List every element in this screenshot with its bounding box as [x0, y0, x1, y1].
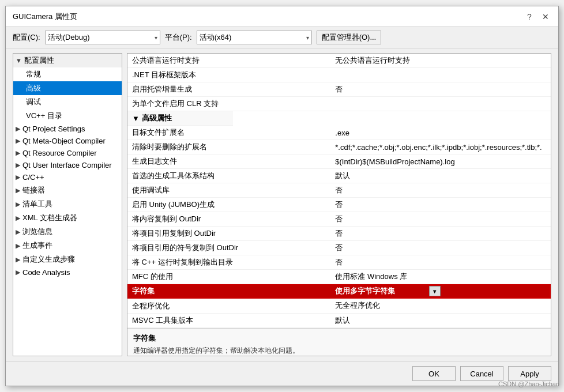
prop-name: 将项目引用的符号复制到 OutDir: [127, 241, 330, 255]
prop-value[interactable]: 否: [330, 212, 551, 227]
prop-value[interactable]: 无全程序优化: [330, 299, 551, 313]
qt-ui-arrow: ▶: [16, 161, 20, 169]
description-text: 通知编译器使用指定的字符集；帮助解决本地化问题。: [133, 346, 545, 356]
tree-panel: ▼ 配置属性 常规 高级 调试 VC++ 目录 ▶ Qt Project Set…: [13, 53, 122, 356]
table-row: 将 C++ 运行时复制到输出目录 否: [127, 255, 551, 270]
sidebar-item-cpp[interactable]: ▶ C/C++: [13, 171, 122, 183]
sidebar-item-code-analysis[interactable]: ▶ Code Analysis: [13, 266, 122, 278]
prop-value[interactable]: 否: [330, 198, 551, 212]
table-row: 将内容复制到 OutDir 否: [127, 212, 551, 227]
qt-resource-arrow: ▶: [16, 149, 20, 157]
config-label: 配置(C):: [13, 32, 40, 43]
prop-value[interactable]: 默认: [330, 169, 551, 183]
dialog-title: GUICamera 属性页: [13, 12, 77, 22]
section-header-label: ▼ 高级属性: [127, 111, 233, 126]
prop-name: 启用 Unity (JUMBO)生成: [127, 198, 330, 212]
sidebar-item-debug[interactable]: 调试: [13, 95, 122, 109]
table-row: 为单个文件启用 CLR 支持: [127, 97, 551, 111]
table-row: 清除时要删除的扩展名 *.cdf;*.cache;*.obj;*.obj.enc…: [127, 140, 551, 154]
sidebar-item-manifest[interactable]: ▶ 清单工具: [13, 197, 122, 211]
sidebar-item-browser[interactable]: ▶ 浏览信息: [13, 225, 122, 239]
tree-root-label: 配置属性: [24, 55, 54, 66]
xml-arrow: ▶: [16, 214, 20, 222]
prop-value[interactable]: 否: [330, 255, 551, 270]
cpp-arrow: ▶: [16, 174, 20, 181]
prop-name: 为单个文件启用 CLR 支持: [127, 97, 330, 111]
prop-name: 公共语言运行时支持: [127, 54, 330, 68]
prop-name: 使用调试库: [127, 183, 330, 198]
toolbar: 配置(C): 活动(Debug) ▾ 平台(P): 活动(x64) ▾ 配置管理…: [6, 27, 558, 48]
table-row: 启用托管增量生成 否: [127, 82, 551, 97]
table-row: 目标文件扩展名 .exe: [127, 126, 551, 140]
prop-value-charset[interactable]: 使用多字节字符集 ▾: [330, 284, 445, 299]
prop-name-charset: 字符集: [127, 284, 330, 299]
linker-arrow: ▶: [16, 187, 20, 194]
prop-value[interactable]: $(IntDir)$(MSBuildProjectName).log: [330, 154, 551, 169]
table-row: 将项目引用复制到 OutDir 否: [127, 227, 551, 241]
platform-combo-arrow: ▾: [306, 35, 309, 41]
prop-name: 生成日志文件: [127, 154, 330, 169]
section-collapse-arrow[interactable]: ▼: [132, 114, 140, 123]
sidebar-item-qt-ui[interactable]: ▶ Qt User Interface Compiler: [13, 159, 122, 171]
help-button[interactable]: ?: [524, 11, 535, 22]
table-row: 首选的生成工具体系结构 默认: [127, 169, 551, 183]
qt-meta-arrow: ▶: [16, 137, 20, 145]
code-analysis-arrow: ▶: [16, 269, 20, 276]
charset-dropdown-button[interactable]: ▾: [429, 286, 441, 296]
manifest-arrow: ▶: [16, 201, 20, 208]
table-row: 将项目引用的符号复制到 OutDir 否: [127, 241, 551, 255]
close-button[interactable]: ✕: [540, 11, 551, 22]
sidebar-item-qt-meta[interactable]: ▶ Qt Meta-Object Compiler: [13, 135, 122, 147]
cancel-button[interactable]: Cancel: [460, 366, 503, 381]
prop-value[interactable]: 默认: [330, 313, 551, 327]
table-row: 启用 Unity (JUMBO)生成 否: [127, 198, 551, 212]
prop-value[interactable]: 否: [330, 183, 551, 198]
prop-value[interactable]: 使用标准 Windows 库: [330, 270, 551, 284]
sidebar-item-vcpp[interactable]: VC++ 目录: [13, 109, 122, 123]
sidebar-item-linker[interactable]: ▶ 链接器: [13, 183, 122, 197]
prop-value[interactable]: 否: [330, 227, 551, 241]
custom-build-arrow: ▶: [16, 256, 20, 263]
tree-root-arrow: ▼: [16, 57, 22, 64]
sidebar-item-qt-resource[interactable]: ▶ Qt Resource Compiler: [13, 147, 122, 159]
prop-value[interactable]: 否: [330, 241, 551, 255]
tree-root[interactable]: ▼ 配置属性: [13, 54, 122, 67]
table-row: 使用调试库 否: [127, 183, 551, 198]
table-row: 全程序优化 无全程序优化: [127, 299, 551, 313]
highlighted-charset-row[interactable]: 字符集 使用多字节字符集 ▾: [127, 284, 551, 299]
table-row: .NET 目标框架版本: [127, 68, 551, 82]
description-title: 字符集: [133, 333, 545, 344]
property-panel: 公共语言运行时支持 无公共语言运行时支持 .NET 目标框架版本 启用托管增量生…: [127, 53, 551, 356]
prop-value[interactable]: [330, 68, 551, 82]
sidebar-item-advanced[interactable]: 高级: [13, 81, 122, 95]
property-table: 公共语言运行时支持 无公共语言运行时支持 .NET 目标框架版本 启用托管增量生…: [127, 54, 551, 328]
main-area: ▼ 配置属性 常规 高级 调试 VC++ 目录 ▶ Qt Project Set…: [6, 48, 558, 361]
ok-button[interactable]: OK: [412, 366, 456, 381]
prop-name: 首选的生成工具体系结构: [127, 169, 330, 183]
prop-value[interactable]: [330, 97, 551, 111]
sidebar-item-qt-project[interactable]: ▶ Qt Project Settings: [13, 123, 122, 135]
build-events-arrow: ▶: [16, 242, 20, 250]
config-combo-value: 活动(Debug): [48, 32, 90, 43]
config-combo[interactable]: 活动(Debug) ▾: [45, 31, 160, 44]
prop-value[interactable]: 否: [330, 82, 551, 97]
charset-value: 使用多字节字符集: [335, 286, 395, 296]
prop-value[interactable]: *.cdf;*.cache;*.obj;*.obj.enc;*.ilk;*.ip…: [330, 140, 551, 154]
description-area: 字符集 通知编译器使用指定的字符集；帮助解决本地化问题。: [127, 328, 551, 357]
config-manager-button[interactable]: 配置管理器(O)...: [317, 31, 382, 44]
apply-button[interactable]: Apply: [508, 366, 551, 381]
sidebar-item-xml[interactable]: ▶ XML 文档生成器: [13, 211, 122, 225]
prop-value[interactable]: .exe: [330, 126, 551, 140]
title-bar-controls: ? ✕: [524, 11, 551, 22]
sidebar-item-general[interactable]: 常规: [13, 67, 122, 81]
table-row: MSVC 工具集版本 默认: [127, 313, 551, 327]
prop-name: MFC 的使用: [127, 270, 330, 284]
table-row: MFC 的使用 使用标准 Windows 库: [127, 270, 551, 284]
sidebar-item-build-events[interactable]: ▶ 生成事件: [13, 239, 122, 252]
prop-value[interactable]: 无公共语言运行时支持: [330, 54, 551, 68]
sidebar-item-custom-build[interactable]: ▶ 自定义生成步骤: [13, 252, 122, 266]
prop-name: MSVC 工具集版本: [127, 313, 330, 327]
platform-combo[interactable]: 活动(x64) ▾: [197, 31, 312, 44]
prop-name: 目标文件扩展名: [127, 126, 330, 140]
table-row: 公共语言运行时支持 无公共语言运行时支持: [127, 54, 551, 68]
